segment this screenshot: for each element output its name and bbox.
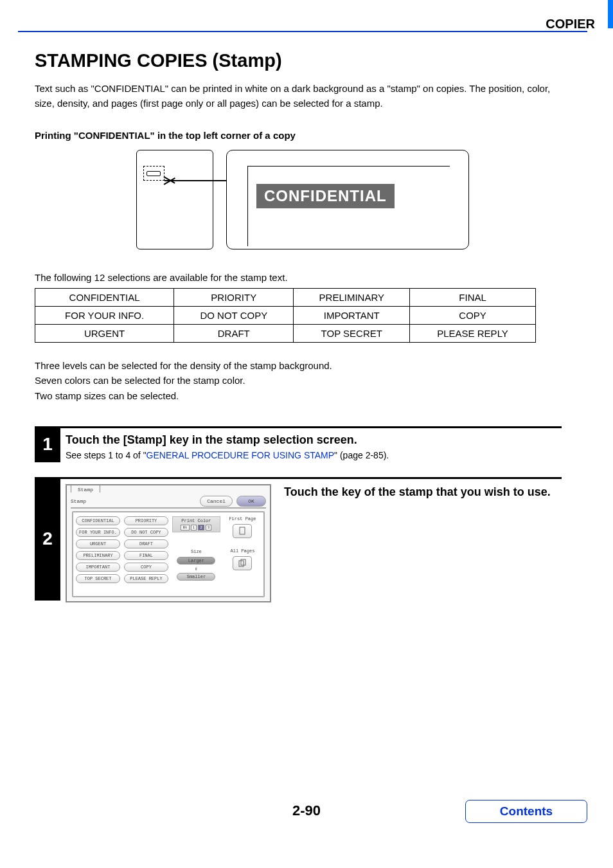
stamp-btn[interactable]: FOR YOUR INFO.: [76, 528, 120, 537]
stamp-btn[interactable]: COPY: [124, 563, 168, 572]
illus-stamp-label: CONFIDENTIAL: [256, 184, 395, 208]
stamp-cell: PRIORITY: [174, 289, 294, 307]
first-page-button[interactable]: [233, 524, 252, 538]
step-1-post: " (page 2-85).: [334, 450, 389, 460]
intro-text: Text such as "CONFIDENTIAL" can be print…: [35, 82, 562, 111]
step-1-number: 1: [35, 426, 60, 462]
stamp-btn[interactable]: PRIORITY: [124, 516, 168, 525]
section-header: COPIER: [546, 17, 595, 32]
touchscreen-mockup: Stamp Stamp Cancel OK CONFIDENTIAL FOR Y…: [66, 484, 271, 602]
stamp-cell: PRELIMINARY: [294, 289, 410, 307]
smaller-button[interactable]: Smaller: [177, 573, 215, 581]
updown-icon: ⇕: [172, 567, 220, 570]
illus-chip-icon: [147, 171, 161, 176]
stamp-cell: DRAFT: [174, 325, 294, 343]
contents-label: Contents: [500, 804, 553, 818]
stamp-cell: DO NOT COPY: [174, 307, 294, 325]
stamp-btn[interactable]: URGENT: [76, 539, 120, 548]
stamp-btn[interactable]: TOP SECRET: [76, 574, 120, 583]
all-pages-button[interactable]: [233, 556, 252, 570]
page-title: STAMPING COPIES (Stamp): [35, 50, 562, 71]
first-page-label: First Page: [229, 516, 256, 521]
stamp-text-table: CONFIDENTIAL PRIORITY PRELIMINARY FINAL …: [35, 288, 536, 343]
table-intro: The following 12 selections are availabl…: [35, 272, 562, 283]
illustration: CONFIDENTIAL: [136, 150, 470, 259]
example-heading: Printing "CONFIDENTIAL" in the top left …: [35, 130, 562, 141]
stamp-btn[interactable]: FINAL: [124, 551, 168, 560]
stamp-btn[interactable]: DRAFT: [124, 539, 168, 548]
step-1-pre: See steps 1 to 4 of ": [66, 450, 147, 460]
stamp-btn[interactable]: PRELIMINARY: [76, 551, 120, 560]
step-2-number: 2: [35, 477, 60, 601]
blue-tab: [608, 0, 613, 28]
pages-column: First Page All Pages: [224, 516, 261, 592]
stamp-cell: CONFIDENTIAL: [35, 289, 174, 307]
info-line-density: Three levels can be selected for the den…: [35, 358, 562, 373]
step-2: 2 Stamp Stamp Cancel OK CONFIDE: [35, 477, 562, 602]
screen-body: CONFIDENTIAL FOR YOUR INFO. URGENT PRELI…: [72, 511, 265, 597]
page-multi-icon: [237, 558, 247, 568]
step-1: 1 Touch the [Stamp] key in the stamp sel…: [35, 426, 562, 460]
info-line-colors: Seven colors can be selected for the sta…: [35, 373, 562, 388]
screen-tab[interactable]: Stamp: [71, 485, 100, 493]
illus-large-page: CONFIDENTIAL: [226, 150, 469, 249]
info-lines: Three levels can be selected for the den…: [35, 358, 562, 403]
step-1-text: See steps 1 to 4 of "GENERAL PROCEDURE F…: [66, 450, 562, 460]
color-1: 1: [191, 525, 197, 530]
header-rule: [18, 31, 587, 32]
stamp-cell: PLEASE REPLY: [410, 325, 536, 343]
step-2-title: Touch the key of the stamp that you wish…: [284, 484, 562, 602]
ok-button[interactable]: OK: [236, 496, 266, 507]
stamp-btn[interactable]: CONFIDENTIAL: [76, 516, 120, 525]
stamp-col-left: CONFIDENTIAL FOR YOUR INFO. URGENT PRELI…: [76, 516, 120, 592]
all-pages-label: All Pages: [231, 548, 255, 554]
stamp-btn[interactable]: DO NOT COPY: [124, 528, 168, 537]
stamp-cell: COPY: [410, 307, 536, 325]
color-3: 3: [206, 525, 212, 530]
cancel-button[interactable]: Cancel: [200, 496, 233, 507]
step-1-link[interactable]: GENERAL PROCEDURE FOR USING STAMP: [147, 450, 334, 460]
color-bk: Bk: [181, 525, 189, 530]
stamp-cell: TOP SECRET: [294, 325, 410, 343]
stamp-btn[interactable]: PLEASE REPLY: [124, 574, 168, 583]
size-label: Size: [172, 549, 220, 554]
stamp-cell: FOR YOUR INFO.: [35, 307, 174, 325]
color-sel: 2: [198, 525, 204, 530]
contents-button[interactable]: Contents: [465, 800, 587, 823]
stamp-btn[interactable]: IMPORTANT: [76, 563, 120, 572]
middle-column: Print Color Bk 1 2 3 Size Larger: [172, 516, 220, 592]
stamp-cell: FINAL: [410, 289, 536, 307]
stamp-col-right: PRIORITY DO NOT COPY DRAFT FINAL COPY PL…: [124, 516, 168, 592]
screen-subtitle: Stamp: [71, 498, 86, 504]
svg-rect-0: [240, 527, 245, 534]
larger-button[interactable]: Larger: [177, 557, 215, 565]
info-line-sizes: Two stamp sizes can be selected.: [35, 388, 562, 403]
print-color-label: Print Color: [174, 518, 218, 523]
page-single-icon: [237, 526, 247, 536]
stamp-cell: URGENT: [35, 325, 174, 343]
step-1-title: Touch the [Stamp] key in the stamp selec…: [66, 433, 562, 447]
stamp-cell: IMPORTANT: [294, 307, 410, 325]
illus-small-page: [136, 150, 213, 249]
print-color-box[interactable]: Print Color Bk 1 2 3: [172, 516, 220, 532]
screen-divider: [71, 507, 266, 509]
